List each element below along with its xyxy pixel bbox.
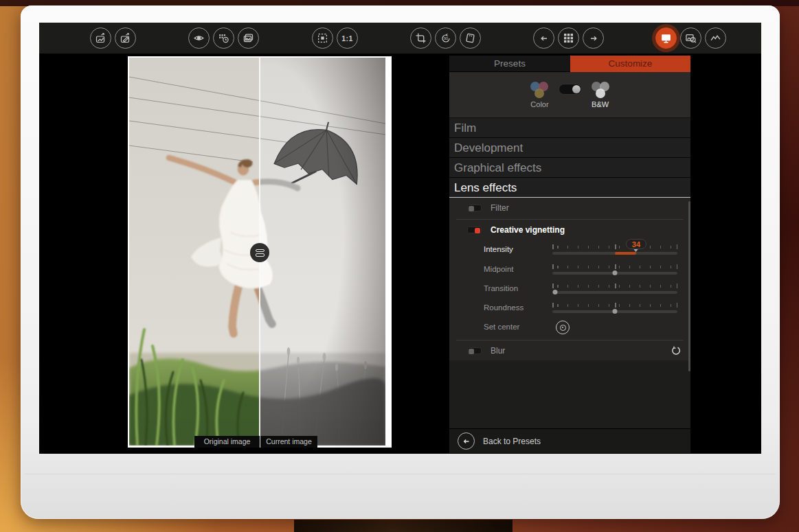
edit-export-icon (120, 32, 131, 44)
color-bw-toggle[interactable] (559, 84, 582, 95)
section-film[interactable]: Film (449, 118, 690, 138)
reset-icon (671, 346, 681, 356)
transition-label: Transition (484, 284, 518, 292)
divider (456, 219, 684, 220)
slider-track[interactable] (552, 252, 677, 255)
grid-icon (563, 33, 574, 43)
current-image-half (260, 58, 385, 446)
set-center-label: Set center (484, 323, 519, 331)
intensity-value-badge: 34 (626, 239, 646, 249)
creative-vignetting-row: Creative vignetting (449, 220, 690, 240)
toolbar-group-navigate (533, 27, 604, 49)
transition-slider-row: Transition (449, 279, 690, 298)
back-to-presets-label: Back to Presets (483, 437, 541, 446)
histogram-button[interactable] (705, 27, 726, 49)
frame-button[interactable] (460, 27, 481, 49)
color-bw-row: Color B&W (449, 72, 690, 118)
split-handle-icon (256, 249, 265, 253)
original-image-label: Original image (194, 436, 260, 448)
panel-scrollbar[interactable] (688, 201, 690, 371)
intensity-slider[interactable]: 34 (552, 240, 677, 259)
lens-effects-subpanel: Filter Creative vignetting Intensity (449, 198, 690, 360)
previous-image-button[interactable] (533, 27, 554, 49)
image-browser-button[interactable] (238, 27, 259, 49)
color-mode-option[interactable]: Color (530, 82, 548, 108)
arrow-left-icon (462, 437, 471, 446)
bw-mode-icon (592, 82, 609, 98)
toolbar: 1:1 90 (39, 23, 761, 54)
panel-tabs: Presets Customize (449, 56, 690, 72)
transition-slider[interactable] (552, 279, 677, 298)
customize-panel: Presets Customize Color B&W Film Develop (449, 56, 690, 453)
section-development[interactable]: Development (449, 138, 690, 158)
image-browser-icon (243, 32, 254, 44)
tab-presets[interactable]: Presets (449, 56, 570, 72)
rotate-90-button[interactable]: 90 (435, 27, 456, 49)
frame-icon (464, 32, 476, 44)
fit-to-screen-button[interactable] (312, 27, 333, 49)
monitor-chin-line (25, 474, 776, 474)
original-image-half (129, 58, 260, 446)
toolbar-group-view (188, 27, 259, 49)
target-icon (560, 325, 566, 331)
roundness-slider-handle[interactable] (613, 309, 618, 314)
app-window: 1:1 90 (39, 23, 761, 454)
back-to-presets-button[interactable] (458, 432, 475, 450)
snapshots-button[interactable] (213, 27, 234, 49)
transition-slider-handle[interactable] (552, 290, 557, 294)
rotate-90-label: 90 (443, 36, 447, 41)
blur-toggle[interactable] (467, 347, 482, 354)
zoom-1-1-button[interactable]: 1:1 (337, 27, 358, 49)
display-mode-button[interactable] (655, 27, 677, 49)
slider-ticks (552, 246, 677, 248)
toolbar-group-export (90, 27, 136, 49)
midpoint-slider-handle[interactable] (613, 270, 618, 275)
roundness-slider-row: Roundness (449, 298, 690, 317)
monitor-frame: 1:1 90 (21, 5, 780, 519)
intensity-label: Intensity (484, 245, 513, 253)
export-to-edit-button[interactable] (115, 27, 136, 49)
set-center-button[interactable] (556, 321, 570, 334)
compare-split-handle[interactable] (250, 243, 269, 262)
rotate-90-icon: 90 (440, 32, 452, 45)
eye-icon (193, 32, 205, 44)
roundness-slider[interactable] (552, 298, 677, 317)
current-image-label: Current image (260, 436, 317, 448)
thumbnail-grid-button[interactable] (558, 27, 579, 49)
panel-bottom-bar: Back to Presets (449, 428, 690, 453)
creative-vignetting-toggle[interactable] (467, 227, 482, 233)
export-image-button[interactable] (90, 27, 111, 49)
toolbar-group-transform: 90 (410, 27, 481, 49)
midpoint-slider-row: Midpoint (449, 259, 690, 279)
filter-toggle[interactable] (467, 205, 482, 211)
crop-button[interactable] (410, 27, 431, 49)
export-image-icon (95, 32, 106, 44)
creative-vignetting-label: Creative vignetting (491, 225, 565, 235)
toolbar-group-display (655, 27, 726, 49)
tab-customize[interactable]: Customize (570, 56, 690, 72)
filter-label: Filter (491, 203, 509, 213)
intensity-slider-row: Intensity 34 (449, 240, 690, 259)
roundness-label: Roundness (484, 303, 524, 312)
blur-label: Blur (491, 346, 505, 356)
next-image-button[interactable] (583, 27, 604, 49)
section-lens-effects[interactable]: Lens effects (449, 178, 690, 198)
histogram-icon (710, 32, 721, 44)
image-viewer[interactable]: Original image Current image (128, 56, 392, 448)
color-mode-icon (530, 82, 548, 98)
snapshots-history-icon (218, 32, 229, 44)
zoom-1-1-label: 1:1 (341, 34, 353, 43)
filter-row: Filter (449, 198, 690, 218)
divider (456, 340, 684, 340)
compare-loupe-icon (685, 32, 697, 44)
blur-reset-button[interactable] (671, 346, 681, 358)
bw-mode-option[interactable]: B&W (592, 82, 609, 108)
section-graphical-effects[interactable]: Graphical effects (449, 158, 690, 178)
midpoint-label: Midpoint (484, 265, 513, 273)
preview-button[interactable] (188, 27, 210, 49)
color-mode-label: Color (530, 100, 548, 108)
monitor-stand (294, 520, 513, 532)
midpoint-slider[interactable] (552, 259, 677, 279)
fit-to-screen-icon (317, 32, 328, 44)
compare-loupe-button[interactable] (680, 27, 701, 49)
